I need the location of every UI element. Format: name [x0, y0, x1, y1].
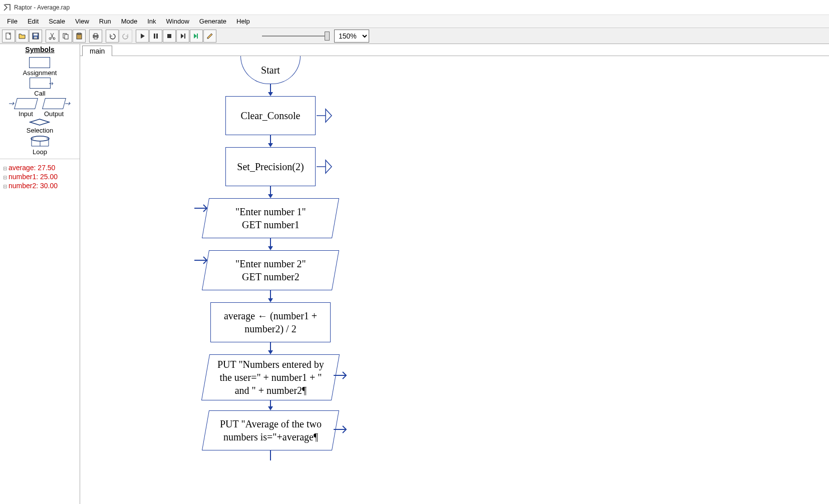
node-output-1[interactable]: PUT "Numbers entered bythe user=" + numb… [201, 354, 340, 400]
svg-rect-3 [34, 37, 37, 39]
svg-rect-16 [184, 34, 185, 39]
menu-ink[interactable]: Ink [142, 16, 161, 27]
variables-panel: average: 27.50 number1: 25.00 number2: 3… [0, 159, 80, 194]
menu-window[interactable]: Window [161, 16, 194, 27]
save-button[interactable] [29, 30, 42, 43]
cut-button[interactable] [46, 30, 59, 43]
print-button[interactable] [89, 30, 102, 43]
pen-button[interactable] [203, 30, 216, 43]
undo-button[interactable] [106, 30, 119, 43]
stop-button[interactable] [163, 30, 176, 43]
svg-rect-12 [94, 37, 97, 39]
symbol-loop[interactable]: Loop [30, 135, 51, 156]
symbol-output[interactable]: Output [44, 98, 65, 118]
redo-button[interactable] [119, 30, 132, 43]
menu-view[interactable]: View [70, 16, 94, 27]
pause-button[interactable] [149, 30, 162, 43]
var-number1: number1: 25.00 [3, 172, 77, 181]
app-icon [3, 4, 11, 12]
speed-slider[interactable] [262, 36, 327, 37]
menu-mode[interactable]: Mode [116, 16, 143, 27]
sidebar: Symbols Assignment Call Input [0, 44, 80, 504]
symbol-selection[interactable]: Selection [27, 119, 53, 134]
svg-rect-14 [156, 34, 158, 39]
var-average: average: 27.50 [3, 163, 77, 172]
node-start[interactable]: Start [240, 56, 301, 84]
canvas-area: main Start Clear_Console Set_Precision(2… [80, 44, 829, 504]
menu-edit[interactable]: Edit [23, 16, 44, 27]
input-arrow-icon [193, 255, 208, 265]
node-input-2[interactable]: "Enter number 2"GET number2 [202, 250, 339, 290]
titlebar: Raptor - Average.rap [0, 0, 829, 15]
menubar: File Edit Scale View Run Mode Ink Window… [0, 15, 829, 28]
menu-run[interactable]: Run [94, 16, 116, 27]
node-set-precision[interactable]: Set_Precision(2) [225, 147, 316, 186]
node-clear-console[interactable]: Clear_Console [225, 96, 316, 135]
new-button[interactable] [2, 30, 15, 43]
window-title: Raptor - Average.rap [14, 4, 70, 11]
svg-rect-9 [78, 33, 81, 35]
symbol-assignment[interactable]: Assignment [23, 57, 57, 77]
var-number2: number2: 30.00 [3, 181, 77, 190]
menu-file[interactable]: File [2, 16, 23, 27]
output-arrow-icon [333, 424, 348, 434]
input-arrow-icon [193, 203, 208, 213]
paste-button[interactable] [73, 30, 86, 43]
tab-main[interactable]: main [82, 46, 112, 56]
node-assignment[interactable]: average ← (number1 +number2) / 2 [210, 302, 331, 342]
step-into-button[interactable] [190, 30, 203, 43]
call-arrow-icon [317, 157, 333, 176]
open-button[interactable] [16, 30, 29, 43]
node-input-1[interactable]: "Enter number 1"GET number1 [202, 198, 339, 238]
svg-point-17 [31, 136, 49, 141]
call-arrow-icon [317, 106, 333, 125]
svg-rect-7 [65, 35, 68, 39]
toolbar: 150% [0, 28, 829, 44]
menu-generate[interactable]: Generate [194, 16, 231, 27]
menu-scale[interactable]: Scale [44, 16, 70, 27]
svg-rect-11 [94, 34, 97, 36]
menu-help[interactable]: Help [231, 16, 255, 27]
svg-rect-13 [154, 34, 155, 39]
copy-button[interactable] [59, 30, 72, 43]
play-button[interactable] [136, 30, 149, 43]
svg-rect-15 [167, 34, 171, 38]
zoom-select[interactable]: 150% [334, 30, 369, 43]
svg-rect-2 [34, 34, 38, 36]
symbol-input[interactable]: Input [16, 98, 37, 118]
output-arrow-icon [333, 370, 348, 380]
node-output-2[interactable]: PUT "Average of the twonumbers is="+aver… [202, 410, 339, 450]
symbol-call[interactable]: Call [30, 78, 51, 97]
step-button[interactable] [176, 30, 189, 43]
tabs: main [80, 44, 829, 56]
symbols-title: Symbols [0, 44, 80, 55]
